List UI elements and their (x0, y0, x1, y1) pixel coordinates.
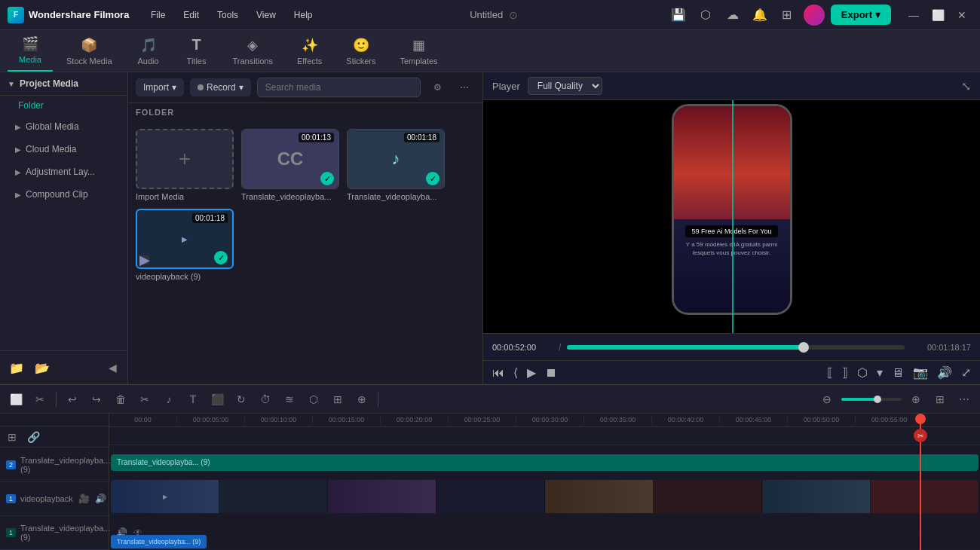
timeline-marker-button[interactable]: ⬛ (207, 390, 227, 409)
save-icon[interactable]: 💾 (668, 5, 689, 26)
settings-ctrl-icon[interactable]: ▾ (877, 365, 883, 380)
compound-arrow: ▶ (15, 191, 21, 199)
quality-select[interactable]: Full Quality (528, 77, 602, 95)
maximize-button[interactable]: ⬜ (927, 5, 948, 26)
menu-tools[interactable]: Tools (210, 7, 246, 23)
tab-stickers[interactable]: 🙂 Stickers (335, 32, 386, 72)
collapse-panel-button[interactable]: ◀ (103, 359, 121, 377)
clip-button[interactable]: ⬡ (857, 365, 868, 380)
record-button[interactable]: Record ▾ (190, 78, 251, 96)
minimize-button[interactable]: — (903, 5, 924, 26)
tab-transitions[interactable]: ◈ Transitions (222, 32, 283, 72)
tab-effects[interactable]: ✨ Effects (286, 32, 332, 72)
timeline-trim-tool[interactable]: ✂ (30, 390, 50, 409)
progress-handle[interactable] (798, 342, 809, 353)
track-row-2: ▶ (109, 480, 980, 515)
track-clip-video-2[interactable]: Translate_videoplayba... (9) (111, 535, 207, 548)
sidebar-folder[interactable]: Folder (0, 96, 127, 115)
templates-tab-icon: ▦ (412, 37, 425, 53)
progress-bar[interactable] (567, 345, 905, 350)
timeline-crop-button[interactable]: ⊞ (328, 390, 348, 409)
global-media-arrow: ▶ (15, 123, 21, 131)
sidebar-item-adjustment-layer[interactable]: ▶ Adjustment Lay... (0, 160, 127, 183)
timeline-select-tool[interactable]: ⬜ (6, 390, 26, 409)
timeline-cut-button[interactable]: ✂ (135, 390, 155, 409)
audio-tab-icon: 🎵 (140, 37, 157, 53)
timeline-undo-button[interactable]: ↩ (63, 390, 82, 409)
bell-icon[interactable]: 🔔 (749, 5, 770, 26)
grid-icon[interactable]: ⬡ (695, 5, 716, 26)
timeline-body: ⊞ 🔗 2 Translate_videoplayba... (9) 🎥 🔊 👁… (0, 414, 980, 550)
time-total: 00:01:18:17 (911, 343, 971, 352)
apps-icon[interactable]: ⊞ (776, 5, 798, 26)
stop-button[interactable]: ⏹ (545, 366, 557, 380)
timeline-redo-button[interactable]: ↪ (87, 390, 106, 409)
timeline-text-button[interactable]: T (183, 390, 203, 409)
import-media-item[interactable]: + Import Media (136, 129, 234, 201)
more-options-icon[interactable]: ⋯ (454, 77, 475, 98)
app-name: Wondershare Filmora (29, 9, 129, 20)
add-track-button[interactable]: ⊞ (3, 428, 21, 446)
tab-titles[interactable]: T Titles (174, 32, 219, 72)
menu-edit[interactable]: Edit (176, 7, 207, 23)
zoom-out-button[interactable]: ⊖ (817, 390, 837, 409)
filter-icon[interactable]: ⚙ (427, 77, 448, 98)
timeline-delete-button[interactable]: 🗑 (111, 390, 130, 409)
music-check-icon: ✓ (426, 172, 439, 185)
link-button[interactable]: 🔗 (24, 428, 42, 446)
export-button[interactable]: Export ▾ (831, 5, 891, 25)
timeline-more-button[interactable]: ⋯ (954, 390, 974, 409)
new-folder-icon[interactable]: 📂 (32, 357, 53, 378)
play-button[interactable]: ▶ (527, 365, 536, 380)
media-grid: + Import Media CC 00:01:13 ✓ Translate_v… (128, 121, 482, 289)
track-clip-video[interactable]: ▶ (111, 480, 978, 513)
sidebar-item-global-media[interactable]: ▶ Global Media (0, 115, 127, 138)
media-item-video[interactable]: ▶ ▶ 00:01:18 ✓ videoplayback (9) (136, 209, 234, 281)
preview-screen: 59 Free Ai Models For You Y a 59 modèles… (483, 100, 980, 333)
step-back-button[interactable]: ⟨ (513, 365, 518, 380)
cloud-icon[interactable]: ☁ (722, 5, 743, 26)
zoom-handle[interactable] (874, 396, 881, 403)
in-point-button[interactable]: ⟦ (827, 365, 833, 380)
tab-stock-media[interactable]: 📦 Stock Media (56, 32, 123, 72)
cc-media-name: Translate_videoplayba... (241, 192, 339, 201)
timeline-color-button[interactable]: ⬡ (304, 390, 323, 409)
menu-view[interactable]: View (249, 7, 283, 23)
timeline-audio-button[interactable]: ♪ (159, 390, 179, 409)
search-input[interactable] (257, 78, 421, 97)
cc-check-icon: ✓ (320, 172, 334, 185)
sidebar-item-compound-clip[interactable]: ▶ Compound Clip (0, 183, 127, 206)
expand-preview-icon[interactable]: ⤡ (961, 79, 971, 93)
track-clip-audio-1[interactable]: Translate_videoplayba... (9) (111, 454, 978, 471)
add-folder-icon[interactable]: 📁 (6, 357, 27, 378)
track-2-volume-icon[interactable]: 🔊 (94, 492, 108, 506)
rewind-button[interactable]: ⏮ (492, 366, 504, 380)
player-label: Player (492, 81, 520, 92)
zoom-in-button[interactable]: ⊕ (906, 390, 926, 409)
media-item-cc[interactable]: CC 00:01:13 ✓ Translate_videoplayba... (241, 129, 339, 201)
timeline-audio-adj-button[interactable]: ≋ (280, 390, 299, 409)
tab-templates[interactable]: ▦ Templates (389, 32, 448, 72)
media-item-music[interactable]: ♪ 00:01:18 ✓ Translate_videoplayba... (347, 129, 445, 201)
out-point-button[interactable]: ⟧ (842, 365, 848, 380)
user-avatar[interactable] (804, 5, 825, 26)
volume-button[interactable]: 🔊 (937, 365, 952, 380)
timeline-rotate-button[interactable]: ↻ (231, 390, 251, 409)
menu-file[interactable]: File (143, 7, 173, 23)
timeline-grid-button[interactable]: ⊞ (930, 390, 950, 409)
menu-help[interactable]: Help (286, 7, 320, 23)
camera-button[interactable]: 📷 (913, 365, 928, 380)
fullscreen-button[interactable]: ⤢ (961, 365, 971, 380)
sidebar-item-cloud-media[interactable]: ▶ Cloud Media (0, 138, 127, 160)
ruler-time-2: 00:00:10:00 (245, 416, 313, 423)
import-button[interactable]: Import ▾ (136, 78, 184, 96)
track-2-label: videoplayback (20, 494, 73, 503)
zoom-bar[interactable] (841, 398, 902, 401)
track-2-camera-icon[interactable]: 🎥 (78, 492, 91, 506)
tab-audio[interactable]: 🎵 Audio (126, 32, 171, 72)
timeline-speed-button[interactable]: ⏱ (256, 390, 275, 409)
tab-media[interactable]: 🎬 Media (8, 31, 53, 72)
close-button[interactable]: ✕ (951, 5, 972, 26)
screen-button[interactable]: 🖥 (892, 366, 904, 380)
timeline-merge-button[interactable]: ⊕ (352, 390, 372, 409)
